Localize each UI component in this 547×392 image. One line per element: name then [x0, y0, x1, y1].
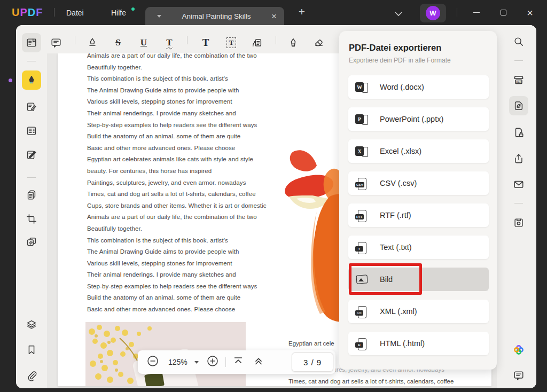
zoom-status-bar: 125% 3 / 9: [138, 350, 335, 374]
menu-datei[interactable]: Datei: [66, 7, 84, 19]
tab-chevron-down-icon[interactable]: [157, 15, 161, 18]
squiggly-underline-icon[interactable]: T: [159, 33, 179, 53]
document-text-line: Various skill levels, stepping stones fo…: [87, 96, 354, 108]
export-option-label: RTF (.rtf): [380, 211, 411, 219]
search-icon[interactable]: [509, 32, 528, 51]
document-text-line: Egyptian art cele: [288, 340, 334, 347]
document-text-line: Times, cat and dog art sells a lot of t-…: [288, 378, 454, 385]
crop-icon[interactable]: [22, 209, 41, 229]
annotate-icon[interactable]: [22, 70, 41, 90]
file-format-icon: CSV: [355, 177, 368, 190]
export-option-label: HTML (.html): [380, 339, 425, 348]
protect-icon[interactable]: [509, 123, 528, 142]
divider: [27, 61, 36, 61]
document-text-line: Build the anatomy of an animal. some of …: [87, 131, 354, 143]
ai-assistant-icon[interactable]: [509, 340, 528, 359]
divider: [27, 177, 36, 178]
pencil-icon[interactable]: [283, 33, 303, 53]
menu-hilfe[interactable]: Hilfe: [111, 7, 126, 19]
file-format-icon: P: [355, 113, 368, 126]
export-panel: PDF-Datei exportieren Exportiere dein PD…: [339, 31, 497, 370]
document-text-line: The Animal Drawing Guide aims to provide…: [87, 85, 354, 97]
document-text-line: Beautifully together.: [87, 62, 354, 74]
close-button[interactable]: ×: [519, 0, 541, 25]
export-options-list: W Word (.docx) P PowerPoint (.pptx) X Ex…: [348, 75, 489, 364]
export-option[interactable]: </> XML (.xml): [348, 300, 489, 323]
export-option[interactable]: H HTML (.html): [348, 332, 489, 355]
export-option-label: PowerPoint (.pptx): [380, 115, 443, 123]
file-format-icon: H: [355, 337, 368, 350]
reader-icon[interactable]: [22, 33, 41, 52]
convert-icon[interactable]: [509, 96, 528, 115]
save-icon[interactable]: [509, 213, 528, 232]
page-indicator[interactable]: 3 / 9: [292, 352, 333, 372]
divider: [276, 36, 276, 44]
export-option-label: Word (.docx): [380, 83, 424, 91]
rooster-watercolor-image: [280, 143, 345, 322]
maximize-button[interactable]: [493, 0, 514, 25]
export-option-label: CSV (.csv): [380, 179, 417, 187]
zoom-out-icon[interactable]: [146, 355, 159, 370]
hilfe-notification-dot: [131, 7, 135, 11]
underline-icon[interactable]: U: [134, 33, 154, 53]
stamp-icon[interactable]: [22, 232, 41, 252]
title-bar: UPDF Datei Hilfe Animal Painting Skills …: [0, 0, 547, 25]
export-option[interactable]: RTF RTF (.rtf): [348, 203, 489, 227]
ocr-icon[interactable]: OCR: [509, 69, 528, 89]
document-text-line: Animals are a part of our daily life, th…: [87, 53, 354, 62]
zoom-dropdown-caret[interactable]: [194, 361, 199, 364]
divider: [187, 36, 187, 44]
divider: [457, 8, 457, 17]
left-sidebar: [16, 25, 47, 388]
layers-icon[interactable]: [22, 315, 41, 334]
panel-title: PDF-Datei exportieren: [349, 43, 441, 53]
divider: [54, 8, 54, 17]
fill-sign-icon[interactable]: [22, 145, 41, 164]
export-option-label: Excel (.xlsx): [380, 147, 421, 155]
document-tab[interactable]: Animal Painting Skills ×: [145, 7, 284, 25]
share-icon[interactable]: [509, 149, 528, 168]
bookmark-icon[interactable]: [22, 340, 41, 359]
comment-icon[interactable]: [46, 33, 66, 53]
file-format-icon: X: [355, 145, 368, 158]
export-option-label: Text (.txt): [380, 243, 412, 252]
new-tab-button[interactable]: +: [295, 5, 308, 18]
file-format-icon: T: [355, 241, 368, 254]
export-option[interactable]: Bild: [348, 268, 489, 291]
divider: [514, 60, 523, 61]
callout-icon[interactable]: [247, 33, 267, 53]
account-button[interactable]: W: [420, 4, 446, 22]
scroll-top-icon[interactable]: [232, 355, 244, 369]
tab-close-icon[interactable]: ×: [271, 12, 277, 21]
export-option-label: XML (.xml): [380, 307, 417, 316]
text-box-icon[interactable]: T: [221, 33, 241, 53]
zoom-level[interactable]: 125%: [168, 358, 187, 366]
strikethrough-icon[interactable]: S: [108, 33, 128, 53]
minimize-button[interactable]: [466, 0, 487, 25]
eraser-icon[interactable]: [309, 33, 329, 53]
pages-icon[interactable]: [22, 185, 41, 205]
edit-pdf-icon[interactable]: [22, 97, 41, 116]
document-text-line: Their animal renderings. I provide many …: [87, 108, 354, 120]
file-format-icon: </>: [355, 305, 368, 318]
zoom-in-icon[interactable]: [206, 355, 219, 370]
highlighter-icon[interactable]: [82, 33, 103, 53]
file-format-icon: W: [355, 81, 368, 93]
export-option[interactable]: T Text (.txt): [348, 236, 489, 259]
collapse-chevron-icon[interactable]: [394, 9, 403, 19]
right-sidebar: OCR: [497, 25, 536, 388]
organize-pages-icon[interactable]: [22, 121, 41, 140]
export-option[interactable]: CSV CSV (.csv): [348, 171, 489, 195]
attachment-icon[interactable]: [22, 366, 41, 385]
export-option[interactable]: W Word (.docx): [348, 75, 489, 99]
mail-icon[interactable]: [509, 175, 528, 194]
svg-text:OCR: OCR: [516, 81, 522, 83]
divider: [225, 357, 226, 367]
page-up-icon[interactable]: [253, 355, 264, 369]
text-icon[interactable]: T: [196, 33, 216, 53]
export-option[interactable]: P PowerPoint (.pptx): [348, 107, 489, 131]
export-option[interactable]: X Excel (.xlsx): [348, 139, 489, 163]
feedback-icon[interactable]: [509, 366, 528, 385]
annotation-color-dot: [9, 79, 12, 82]
divider: [75, 36, 75, 44]
